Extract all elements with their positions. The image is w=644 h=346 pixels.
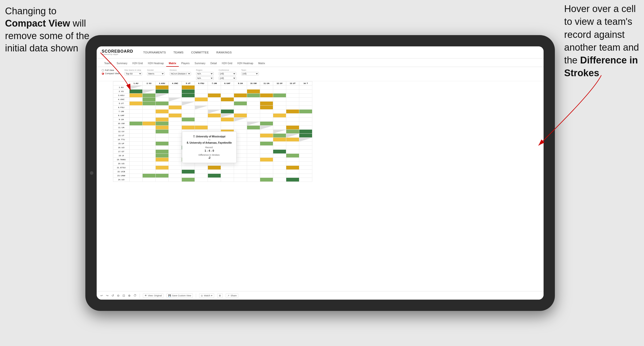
matrix-cell[interactable] [169,98,182,102]
matrix-cell[interactable] [273,134,286,138]
matrix-cell[interactable] [195,110,208,114]
matrix-cell[interactable] [299,118,312,122]
nav-tournaments[interactable]: TOURNAMENTS [143,50,166,55]
matrix-cell[interactable] [247,146,260,150]
matrix-cell[interactable] [195,122,208,126]
matrix-cell[interactable] [260,106,273,110]
matrix-cell[interactable] [208,106,221,110]
matrix-cell[interactable] [221,90,234,94]
matrix-cell[interactable] [234,166,247,170]
matrix-cell[interactable] [130,122,143,126]
matrix-cell[interactable] [169,122,182,126]
matrix-cell[interactable] [286,106,299,110]
matrix-cell[interactable] [143,166,156,170]
matrix-cell[interactable] [143,174,156,178]
matrix-cell[interactable] [286,98,299,102]
matrix-cell[interactable] [195,98,208,102]
matrix-cell[interactable] [273,126,286,130]
matrix-cell[interactable] [234,90,247,94]
matrix-cell[interactable] [208,98,221,102]
matrix-cell[interactable] [260,142,273,146]
matrix-cell[interactable] [143,98,156,102]
matrix-cell[interactable] [221,114,234,118]
matrix-cell[interactable] [299,162,312,166]
matrix-cell[interactable] [156,158,169,162]
matrix-cell[interactable] [273,118,286,122]
matrix-cell[interactable] [286,114,299,118]
matrix-cell[interactable] [208,126,221,130]
matrix-scroll-area[interactable]: 1. AU 2. VU 3. ASU 4. UNC 5. UT 6. FSU 7… [97,81,544,291]
matrix-cell[interactable] [247,170,260,174]
view-original-button[interactable]: 👁 View: Original [143,293,163,298]
matrix-cell[interactable] [260,158,273,162]
matrix-cell[interactable] [169,94,182,98]
matrix-cell[interactable] [221,174,234,178]
matrix-cell[interactable] [156,170,169,174]
matrix-cell[interactable] [208,170,221,174]
matrix-cell[interactable] [130,134,143,138]
matrix-cell[interactable] [143,130,156,134]
matrix-cell[interactable] [247,85,260,90]
matrix-cell[interactable] [169,114,182,118]
gender-select[interactable]: Men's [147,72,165,75]
matrix-cell[interactable] [130,126,143,130]
matrix-cell[interactable] [182,166,195,170]
matrix-cell[interactable] [156,154,169,158]
matrix-cell[interactable] [286,162,299,166]
zoom-fit-icon[interactable]: ⊡ [123,294,125,297]
matrix-cell[interactable] [299,126,312,130]
matrix-cell[interactable] [156,94,169,98]
matrix-cell[interactable] [234,106,247,110]
matrix-cell[interactable] [143,122,156,126]
matrix-wrapper[interactable]: 1. AU 2. VU 3. ASU 4. UNC 5. UT 6. FSU 7… [97,81,544,291]
region-select[interactable]: N/A [196,72,214,75]
matrix-cell[interactable] [273,94,286,98]
redo-icon[interactable]: ↪ [106,294,108,297]
matrix-cell[interactable] [208,90,221,94]
matrix-cell[interactable] [156,150,169,154]
matrix-cell[interactable] [143,102,156,106]
matrix-cell[interactable] [169,162,182,166]
reset-icon[interactable]: ↺ [111,294,114,297]
matrix-cell[interactable] [260,122,273,126]
matrix-cell[interactable] [130,142,143,146]
matrix-cell[interactable] [260,134,273,138]
matrix-cell[interactable] [169,130,182,134]
matrix-cell[interactable] [169,142,182,146]
matrix-cell[interactable] [234,174,247,178]
watch-button[interactable]: ◎ Watch ▾ [199,293,214,298]
matrix-cell[interactable] [299,178,312,182]
matrix-cell[interactable] [221,94,234,98]
matrix-cell[interactable] [260,114,273,118]
matrix-cell[interactable] [156,166,169,170]
matrix-cell[interactable] [182,90,195,94]
matrix-cell[interactable] [273,130,286,134]
matrix-cell[interactable] [130,162,143,166]
matrix-cell[interactable] [247,114,260,118]
matrix-cell[interactable] [143,114,156,118]
matrix-cell[interactable] [299,170,312,174]
matrix-cell[interactable] [260,138,273,142]
matrix-cell[interactable] [156,178,169,182]
matrix-cell[interactable] [260,94,273,98]
matrix-cell[interactable] [299,142,312,146]
matrix-cell[interactable] [208,85,221,90]
matrix-cell[interactable] [195,114,208,118]
matrix-cell[interactable] [260,162,273,166]
matrix-cell[interactable] [247,94,260,98]
matrix-cell[interactable] [169,150,182,154]
matrix-cell[interactable] [182,114,195,118]
matrix-cell[interactable] [130,154,143,158]
matrix-cell[interactable] [156,110,169,114]
matrix-cell[interactable] [286,150,299,154]
matrix-cell[interactable] [143,94,156,98]
matrix-cell[interactable] [169,126,182,130]
matrix-cell[interactable] [299,94,312,98]
matrix-cell[interactable] [169,154,182,158]
matrix-cell[interactable] [208,94,221,98]
matrix-cell[interactable] [286,110,299,114]
matrix-cell[interactable] [286,130,299,134]
matrix-cell[interactable] [299,166,312,170]
nav-committee[interactable]: COMMITTEE [191,50,209,55]
matrix-cell[interactable] [234,170,247,174]
